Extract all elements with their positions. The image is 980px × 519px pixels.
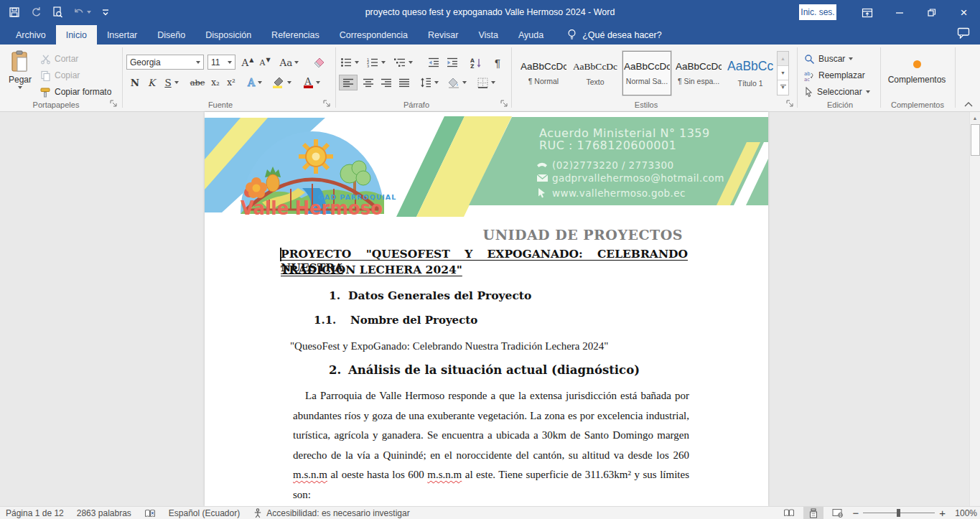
style-normal[interactable]: AaBbCcDc ¶ Normal (519, 51, 568, 95)
tell-me-box[interactable]: ¿Qué desea hacer? (566, 25, 662, 45)
replace-button[interactable]: abac Reemplazar (804, 68, 865, 83)
borders-button[interactable] (474, 75, 498, 90)
styles-gallery-scroll: ▲ ▼ ▼ (777, 51, 789, 95)
collapse-ribbon-icon[interactable] (963, 100, 974, 109)
bold-button[interactable]: N (128, 75, 142, 90)
addins-button[interactable]: Complementos (889, 49, 945, 96)
ribbon-tabs: Archivo Inicio Insertar Diseño Disposici… (0, 25, 980, 45)
align-center-button[interactable] (360, 75, 377, 90)
heading-2[interactable]: 2.Análisis de la situación actual (diagn… (329, 363, 640, 377)
document-page[interactable]: GAD PARROQUIAL Valle Hermoso Acuerdo Min… (205, 112, 768, 506)
increase-indent-button[interactable] (444, 55, 461, 70)
shrink-font-button[interactable]: A▼ (257, 55, 273, 70)
tab-disposicion[interactable]: Disposición (195, 25, 261, 45)
read-mode-button[interactable] (779, 507, 799, 519)
style-sin-espaciado[interactable]: AaBbCcDc ¶ Sin espa... (674, 51, 723, 95)
paragraph-dialog-launcher-icon[interactable] (500, 100, 509, 108)
restore-button[interactable] (915, 0, 948, 25)
align-right-button[interactable] (378, 75, 395, 90)
tab-vista[interactable]: Vista (468, 25, 508, 45)
project-name-quote[interactable]: "QuesoFest y ExpoGanado: Celebrando Nues… (290, 340, 608, 352)
style-titulo-1[interactable]: AaBbCc Título 1 (726, 51, 775, 95)
styles-scroll-up-icon[interactable]: ▲ (778, 52, 788, 66)
sort-button[interactable]: AZ (467, 55, 485, 70)
unit-heading[interactable]: UNIDAD DE PROYECTOS (276, 227, 683, 243)
align-left-button[interactable] (339, 75, 358, 90)
zoom-level[interactable]: 100% (950, 508, 977, 518)
tab-archivo[interactable]: Archivo (6, 25, 56, 45)
change-case-button[interactable]: Aa (277, 55, 302, 70)
grow-font-button[interactable]: A▲ (240, 55, 256, 70)
accessibility-status[interactable]: Accesibilidad: es necesario investigar (253, 508, 409, 518)
style-normal-sa[interactable]: AaBbCcDc Normal Sa... (622, 51, 671, 95)
font-name-combo[interactable]: Georgia (126, 55, 204, 70)
find-button[interactable]: Buscar (804, 52, 853, 66)
ribbon-display-options-icon[interactable] (851, 0, 883, 25)
tab-inicio[interactable]: Inicio (56, 25, 97, 45)
customize-qat-icon[interactable] (101, 7, 110, 17)
tab-insertar[interactable]: Insertar (97, 25, 147, 45)
font-dialog-launcher-icon[interactable] (323, 100, 332, 108)
clear-formatting-button[interactable] (310, 55, 327, 70)
scrollbar-thumb[interactable] (971, 124, 980, 156)
tab-revisar[interactable]: Revisar (418, 25, 468, 45)
strikethrough-button[interactable]: abc (188, 75, 207, 90)
tab-correspondencia[interactable]: Correspondencia (330, 25, 418, 45)
format-painter-button[interactable]: Copiar formato (40, 85, 111, 99)
line-spacing-button[interactable] (418, 75, 441, 90)
select-button[interactable]: Seleccionar (804, 85, 870, 99)
numbering-button[interactable]: 123 (365, 55, 388, 70)
font-name-value: Georgia (130, 57, 161, 67)
scroll-up-icon[interactable]: ▲ (970, 112, 980, 123)
zoom-slider-thumb[interactable] (897, 509, 900, 517)
underline-button[interactable]: S (161, 75, 182, 90)
subscript-button[interactable]: x₂ (208, 75, 223, 90)
save-icon[interactable] (9, 6, 20, 18)
close-button[interactable]: × (948, 0, 980, 25)
zoom-slider[interactable] (863, 513, 935, 513)
show-marks-button[interactable]: ¶ (490, 55, 505, 70)
bullets-button[interactable] (339, 55, 360, 70)
page-indicator[interactable]: Página 1 de 12 (6, 508, 64, 518)
zoom-in-button[interactable]: + (939, 510, 946, 517)
font-color-button[interactable]: A (299, 75, 325, 90)
justify-button[interactable] (396, 75, 413, 90)
repeat-icon[interactable] (30, 6, 42, 18)
word-count[interactable]: 2863 palabras (77, 508, 131, 518)
superscript-button[interactable]: x² (224, 75, 238, 90)
font-size-combo[interactable]: 11 (207, 55, 235, 70)
text-effects-button[interactable]: A (244, 75, 266, 90)
undo-icon[interactable] (73, 6, 91, 18)
vertical-scrollbar[interactable]: ▲ (969, 112, 980, 506)
decrease-indent-button[interactable] (425, 55, 442, 70)
style-texto[interactable]: AaBbCcDc Texto (571, 51, 620, 95)
heading-1[interactable]: 1.Datos Generales del Proyecto (329, 289, 531, 302)
heading-1-1[interactable]: 1.1.Nombre del Proyecto (314, 314, 477, 327)
print-preview-icon[interactable] (52, 6, 63, 18)
italic-button[interactable]: K (145, 75, 158, 90)
language-indicator[interactable]: Español (Ecuador) (169, 508, 240, 518)
styles-dialog-launcher-icon[interactable] (786, 100, 795, 108)
clipboard-dialog-launcher-icon[interactable] (110, 100, 118, 108)
proofing-icon[interactable] (144, 508, 156, 518)
tab-referencias[interactable]: Referencias (261, 25, 330, 45)
zoom-out-button[interactable]: − (852, 510, 859, 517)
multilevel-list-button[interactable] (392, 55, 415, 70)
doc-title-line2[interactable]: TRADICIÓN LECHERA 2024" (281, 263, 462, 276)
cut-button[interactable]: Cortar (40, 52, 78, 66)
highlight-button[interactable] (269, 75, 294, 90)
styles-gallery-more-icon[interactable]: ▼ (778, 80, 788, 94)
shading-button[interactable] (445, 75, 470, 90)
feedback-icon[interactable] (957, 27, 970, 39)
styles-scroll-down-icon[interactable]: ▼ (778, 66, 788, 80)
paste-button[interactable]: Pegar (4, 50, 36, 99)
sign-in-button[interactable]: Inic. ses. (799, 4, 836, 20)
tab-ayuda[interactable]: Ayuda (508, 25, 554, 45)
print-layout-button[interactable] (803, 507, 823, 519)
body-paragraph[interactable]: La Parroquia de Valle Hermoso responde a… (293, 386, 689, 505)
sun-icon (299, 139, 333, 174)
web-layout-button[interactable] (828, 507, 848, 519)
copy-button[interactable]: Copiar (40, 68, 80, 83)
minimize-button[interactable] (883, 0, 915, 25)
tab-diseno[interactable]: Diseño (147, 25, 195, 45)
